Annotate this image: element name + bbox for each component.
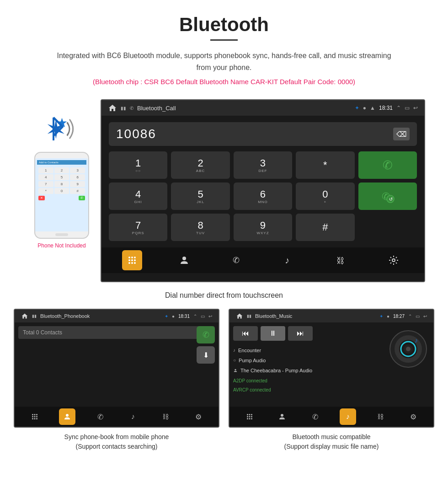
signal-bar-icon: ▲ [370, 105, 375, 111]
music-time: 18:27 [393, 314, 405, 319]
pb-link-icon[interactable]: ⛓ [157, 408, 174, 425]
phonebook-statusbar: ▮▮ Bluetooth_Phonebook ✦ ● 18:31 ⌃ ▭ ↩ [15, 310, 219, 322]
svg-point-45 [249, 416, 250, 418]
svg-point-42 [249, 414, 250, 415]
recall-icon: ✆ ↺ [380, 189, 395, 204]
key-star[interactable]: * [296, 151, 354, 179]
title-divider [210, 39, 238, 41]
link-icon: ⛓ [336, 255, 347, 266]
settings-bottom-icon[interactable] [384, 250, 404, 270]
contacts-icon [179, 255, 190, 266]
main-android-screen: ▮▮ ✆ Bluetooth_Call ✦ ● ▲ 18:31 ⌃ ▭ ↩ 10… [101, 99, 425, 282]
dialpad-bottom-icon[interactable] [122, 250, 142, 270]
music-home-icon [236, 313, 243, 319]
music-link-icon[interactable]: ⛓ [372, 408, 389, 425]
key-2[interactable]: 2 ABC [171, 151, 229, 179]
music-dialpad-icon[interactable] [241, 408, 258, 425]
pb-bottom-bar: ✆ ♪ ⛓ ⚙ [15, 407, 219, 427]
phonebook-android-screen: ▮▮ Bluetooth_Phonebook ✦ ● 18:31 ⌃ ▭ ↩ T… [14, 309, 219, 428]
music-track-name: Encounter [238, 345, 261, 355]
svg-marker-32 [237, 314, 242, 319]
statusbar-title: Bluetooth_Call [137, 105, 176, 112]
svg-point-39 [406, 347, 411, 351]
pb-settings-icon[interactable]: ⚙ [190, 408, 207, 425]
key-4[interactable]: 4 GHI [109, 182, 167, 210]
phone-home-button[interactable] [55, 233, 68, 236]
pb-expand-icon: ⌃ [193, 314, 197, 319]
call-contact-button[interactable]: ✆ [197, 326, 215, 343]
svg-point-25 [32, 416, 33, 418]
svg-point-23 [34, 414, 35, 415]
vinyl-record: ♪ [389, 330, 428, 369]
track-icon: ♪ [233, 346, 235, 355]
keypad-grid: 1 ○○ 2 ABC 3 DEF * ✆ [109, 151, 417, 241]
next-button[interactable]: ⏭ [288, 326, 313, 341]
pb-contacts-icon-active[interactable] [59, 408, 75, 425]
page-specs: (Bluetooth chip : CSR BC6 Default Blueto… [9, 78, 439, 86]
music-bottom-icon[interactable]: ♪ [279, 250, 299, 270]
svg-point-33 [235, 369, 236, 370]
key-7[interactable]: 7 PQRS [109, 214, 167, 241]
dial-input-row: 10086 ⌫ [109, 122, 417, 146]
svg-point-26 [34, 416, 35, 418]
key-hash[interactable]: # [296, 214, 354, 241]
pb-dialpad-icon[interactable] [27, 408, 43, 425]
music-statusbar-right: ✦ ● 18:27 ⌃ ▭ ↩ [379, 314, 427, 319]
music-call-icon[interactable]: ✆ [307, 408, 323, 425]
music-full-track: The Cheebacabra - Pump Audio [240, 365, 312, 376]
phone-screen: Add to Contacts 1 2 3 4 5 6 7 8 9 * 0 [35, 158, 88, 231]
music-expand-icon: ⌃ [408, 314, 412, 319]
music-dot-icon: ● [387, 314, 389, 319]
back-icon: ↩ [413, 105, 418, 111]
key-0[interactable]: 0 + [296, 182, 354, 210]
side-phone-area: ★ ✶ [23, 99, 101, 282]
bt-status-icon: ✦ [355, 105, 359, 111]
dial-number-display: 10086 [116, 127, 156, 141]
phonebook-body: Total 0 Contacts ✆ ⬇ [15, 322, 219, 346]
svg-text:⛓: ⛓ [336, 256, 345, 265]
page-title: Bluetooth [9, 14, 439, 36]
key-1[interactable]: 1 ○○ [109, 151, 167, 179]
signal-icon: ▮▮ [121, 106, 126, 111]
music-settings-icon[interactable]: ⚙ [405, 408, 421, 425]
key-6[interactable]: 6 MNO [234, 182, 292, 210]
phonebook-caption: Sync phone-book from mobile phone (Suppo… [62, 428, 171, 453]
statusbar-right: ✦ ● ▲ 18:31 ⌃ ▭ ↩ [355, 105, 418, 111]
pb-home-icon [21, 313, 28, 319]
svg-point-43 [251, 414, 252, 415]
dialpad-icon [127, 255, 138, 266]
music-back-icon: ↩ [423, 314, 427, 319]
key-8[interactable]: 8 TUV [171, 214, 229, 241]
svg-point-13 [128, 262, 130, 264]
phonebook-caption-line2: (Support contacts searching) [76, 443, 158, 450]
pb-call-log-icon[interactable]: ✆ [92, 408, 108, 425]
svg-point-29 [34, 418, 35, 419]
link-bottom-icon[interactable]: ⛓ [331, 250, 351, 270]
music-a2dp-status: A2DP connected [233, 376, 430, 386]
music-contacts-icon[interactable] [274, 408, 290, 425]
delete-button[interactable]: ⌫ [393, 128, 410, 140]
play-pause-button[interactable]: ⏸ [261, 326, 285, 341]
call-button[interactable]: ✆ [358, 151, 417, 179]
key-9[interactable]: 9 WXYZ [234, 214, 292, 241]
android-bottom-bar: ✆ ♪ ⛓ [101, 247, 424, 273]
download-contacts-button[interactable]: ⬇ [197, 346, 215, 364]
key-5[interactable]: 5 JKL [171, 182, 229, 210]
download-icon: ⬇ [203, 351, 209, 359]
pb-music-icon[interactable]: ♪ [125, 408, 141, 425]
svg-point-12 [134, 259, 136, 261]
svg-line-2 [53, 118, 63, 127]
music-note-icon-active[interactable]: ♪ [340, 408, 356, 425]
key-3[interactable]: 3 DEF [234, 151, 292, 179]
music-caption-line2: (Support display music file name) [284, 443, 379, 450]
wifi-icon: ● [363, 105, 366, 111]
svg-point-46 [251, 416, 252, 418]
pb-call-log-svg-icon: ✆ [97, 413, 103, 421]
bt-icon-svg [43, 113, 80, 145]
contacts-search-bar[interactable]: Total 0 Contacts [18, 326, 215, 339]
svg-point-31 [66, 414, 69, 417]
contacts-bottom-icon[interactable] [174, 250, 194, 270]
call-log-bottom-icon[interactable]: ✆ [227, 250, 247, 270]
prev-button[interactable]: ⏮ [233, 326, 258, 341]
recall-button[interactable]: ✆ ↺ [358, 182, 417, 210]
